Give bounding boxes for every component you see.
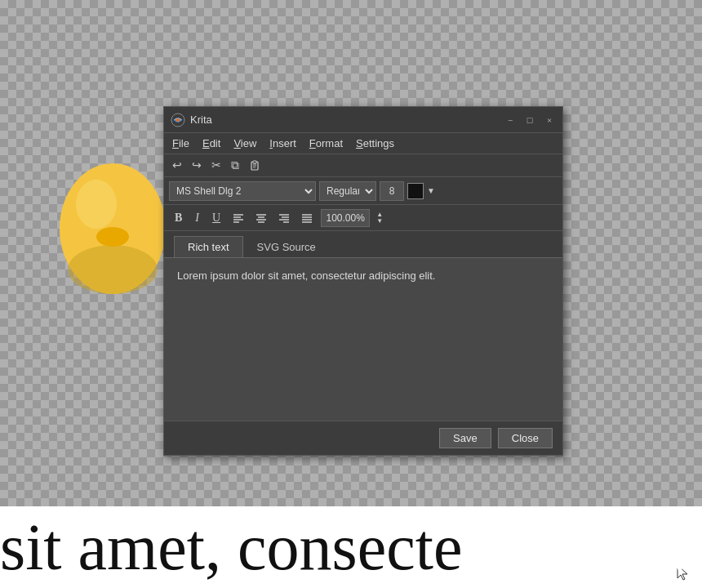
krita-dialog: Krita − □ × File Edit View Insert Format… <box>163 106 563 456</box>
menu-insert[interactable]: Insert <box>264 136 301 151</box>
close-button[interactable]: × <box>543 114 556 127</box>
menu-edit[interactable]: Edit <box>198 136 225 151</box>
title-bar: Krita − □ × <box>164 107 562 133</box>
character-illustration <box>47 98 178 400</box>
menu-bar: File Edit View Insert Format Settings <box>164 133 562 154</box>
align-left-button[interactable] <box>229 212 247 225</box>
font-color-swatch[interactable] <box>407 183 424 199</box>
copy-button[interactable]: ⧉ <box>228 158 242 174</box>
svg-point-5 <box>176 118 180 122</box>
content-text: Lorem ipsum dolor sit amet, consectetur … <box>177 268 549 284</box>
dialog-footer: Save Close <box>164 421 562 455</box>
paste-button[interactable] <box>246 158 264 173</box>
zoom-down-button[interactable]: ▼ <box>375 218 384 225</box>
minimize-button[interactable]: − <box>504 114 517 127</box>
toolbar-history: ↩ ↪ ✂ ⧉ <box>164 154 562 177</box>
zoom-input[interactable] <box>321 209 370 227</box>
save-button[interactable]: Save <box>439 428 491 448</box>
tabs-bar: Rich text SVG Source <box>164 231 562 257</box>
svg-point-1 <box>76 180 117 229</box>
maximize-button[interactable]: □ <box>523 114 536 127</box>
svg-rect-7 <box>253 161 256 163</box>
bold-button[interactable]: B <box>171 210 186 226</box>
align-right-button[interactable] <box>275 212 293 225</box>
italic-button[interactable]: I <box>191 210 203 226</box>
font-size-input[interactable] <box>380 181 404 201</box>
underline-button[interactable]: U <box>208 210 224 226</box>
krita-logo-icon <box>171 113 185 127</box>
undo-button[interactable]: ↩ <box>169 157 185 174</box>
zoom-spinner: ▲ ▼ <box>375 212 384 225</box>
tab-rich-text[interactable]: Rich text <box>174 236 243 257</box>
mouse-cursor <box>676 564 686 580</box>
menu-view[interactable]: View <box>229 136 261 151</box>
toolbar-format: B I U <box>164 205 562 231</box>
bottom-text-bar: sit amet, consecte <box>0 506 702 588</box>
tab-svg-source[interactable]: SVG Source <box>243 236 330 257</box>
menu-settings[interactable]: Settings <box>351 136 399 151</box>
align-center-button[interactable] <box>252 212 270 225</box>
redo-button[interactable]: ↪ <box>189 157 205 174</box>
color-dropdown-arrow[interactable]: ▼ <box>427 186 435 195</box>
cut-button[interactable]: ✂ <box>208 157 224 174</box>
title-text: Krita <box>190 114 212 126</box>
svg-point-2 <box>68 245 158 294</box>
title-bar-controls: − □ × <box>504 114 556 127</box>
toolbar-font: MS Shell Dlg 2 Regular ▼ <box>164 177 562 205</box>
bottom-text: sit amet, consecte <box>0 514 462 580</box>
svg-point-3 <box>96 227 129 247</box>
align-justify-button[interactable] <box>298 212 316 225</box>
menu-format[interactable]: Format <box>304 136 348 151</box>
close-dialog-button[interactable]: Close <box>498 428 553 448</box>
title-bar-left: Krita <box>171 113 212 127</box>
menu-file[interactable]: File <box>167 136 194 151</box>
text-content-area[interactable]: Lorem ipsum dolor sit amet, consectetur … <box>164 257 562 421</box>
font-family-select[interactable]: MS Shell Dlg 2 <box>169 181 316 201</box>
font-style-select[interactable]: Regular <box>319 181 376 201</box>
